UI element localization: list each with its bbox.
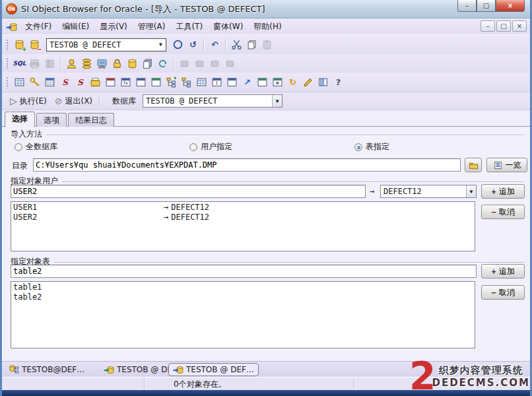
index-icon[interactable] xyxy=(42,75,57,90)
table-listbox[interactable]: table1table2 xyxy=(11,281,475,348)
library-icon[interactable] xyxy=(316,75,331,90)
radio-icon[interactable] xyxy=(354,143,362,151)
sql-gray-icon[interactable] xyxy=(207,56,222,71)
run-database-combobox-value: TESTOB @ DEFECT xyxy=(146,96,272,106)
session-icon[interactable] xyxy=(94,56,110,71)
menu-help[interactable]: 帮助(H) xyxy=(248,20,286,32)
remove-user-button[interactable]: − 取消 xyxy=(481,205,525,219)
radio-icon[interactable] xyxy=(15,143,22,151)
exit-button[interactable]: ⊘ 退出(X) xyxy=(51,94,96,108)
tab-2[interactable]: 结果日志 xyxy=(68,113,114,127)
run-database-combobox[interactable]: TESTOB @ DEFECT ▼ xyxy=(143,94,283,108)
tab-1[interactable]: 选项 xyxy=(36,113,67,127)
mdi-tab-2[interactable]: TESTOB @ DEF… xyxy=(168,363,259,376)
table-icon[interactable] xyxy=(12,75,27,90)
mdi-window-controls: – □ × xyxy=(481,20,527,32)
list-button[interactable]: 一览 xyxy=(486,158,527,172)
execute-button[interactable]: ▷ 执行(E) xyxy=(6,94,51,108)
chevron-down-icon[interactable]: ▼ xyxy=(466,185,476,197)
remove-table-button[interactable]: − 取消 xyxy=(481,285,525,300)
user-input[interactable] xyxy=(11,185,366,198)
plug-gray-icon[interactable] xyxy=(177,56,192,71)
package-icon[interactable] xyxy=(88,75,103,90)
menu-edit[interactable]: 编辑(E) xyxy=(57,20,94,32)
edit-pen-icon[interactable] xyxy=(300,75,316,90)
database-combobox[interactable]: TESTOB @ DEFECT ▼ xyxy=(46,38,166,51)
table-row[interactable]: table1 xyxy=(13,282,473,292)
undo-icon[interactable]: ↶ xyxy=(207,38,222,52)
close-button[interactable]: × xyxy=(496,0,525,12)
play-icon: ▷ xyxy=(10,96,17,106)
key-gray-icon[interactable] xyxy=(192,56,207,71)
svg-text:fx: fx xyxy=(123,81,128,86)
report-icon[interactable]: ≡ xyxy=(270,75,285,90)
add-table-button[interactable]: + 追加 xyxy=(481,264,525,279)
minimize-button[interactable]: – xyxy=(457,0,477,12)
radio-option-0[interactable]: 全数据库 xyxy=(15,141,57,152)
primary-key-icon[interactable] xyxy=(27,75,42,90)
card-gray-icon[interactable] xyxy=(222,56,238,71)
plus-icon: + xyxy=(491,267,496,277)
mdi-tab-0[interactable]: TESTOB@DEF… xyxy=(5,363,88,376)
recycle-bin-icon[interactable] xyxy=(155,56,170,71)
status-text: 0个对象存在。 xyxy=(174,379,226,390)
number-window-icon[interactable]: 1 xyxy=(209,75,224,90)
chevron-down-icon[interactable]: ▼ xyxy=(156,39,166,51)
database-list-icon[interactable] xyxy=(79,56,94,71)
objects-icon[interactable] xyxy=(140,56,155,71)
menu-manage[interactable]: 管理(A) xyxy=(133,20,171,32)
mdi-restore-button[interactable]: □ xyxy=(496,20,511,32)
copy-icon[interactable] xyxy=(244,38,259,52)
window-controls: – □ × xyxy=(457,0,525,12)
radio-option-2[interactable]: 表指定 xyxy=(354,141,389,152)
radio-icon[interactable] xyxy=(189,143,197,151)
add-database-icon[interactable]: + xyxy=(12,38,27,52)
menu-view[interactable]: 显示(V) xyxy=(94,20,133,32)
function-window-icon[interactable]: fx xyxy=(118,75,133,90)
rollback-icon[interactable]: ↺ xyxy=(185,38,201,52)
directory-input[interactable] xyxy=(33,158,461,172)
print-icon[interactable] xyxy=(27,56,42,71)
table-input[interactable] xyxy=(11,265,477,278)
stop-icon[interactable] xyxy=(170,38,185,52)
synonym-window-icon[interactable] xyxy=(133,75,149,90)
table-view-icon[interactable] xyxy=(255,75,270,90)
chevron-down-icon[interactable]: ▼ xyxy=(272,95,282,107)
radio-option-1[interactable]: 用户指定 xyxy=(189,141,232,152)
refresh-icon[interactable]: ↻ xyxy=(285,75,300,90)
lock-icon[interactable] xyxy=(110,56,125,71)
tree-icon[interactable] xyxy=(179,75,194,90)
target-user-combobox[interactable]: DEFECT12 ▼ xyxy=(380,185,477,198)
add-user-button[interactable]: + 追加 xyxy=(481,184,525,199)
report-book-icon[interactable] xyxy=(42,56,57,71)
user-mapping-row[interactable]: USER2→DEFECT12 xyxy=(13,213,473,222)
user-mapping-listbox[interactable]: USER1→DEFECT12USER2→DEFECT12 xyxy=(11,201,475,251)
mdi-close-button[interactable]: × xyxy=(512,20,527,32)
mdi-minimize-button[interactable]: – xyxy=(481,20,495,32)
tablespace-icon[interactable] xyxy=(125,56,140,71)
function-icon[interactable]: S xyxy=(73,75,88,90)
table-row[interactable]: table2 xyxy=(13,292,473,302)
sequence-window-icon[interactable] xyxy=(149,75,164,90)
matrix-icon[interactable] xyxy=(194,75,209,90)
help-icon[interactable]: ? xyxy=(331,75,346,90)
window-icon[interactable] xyxy=(224,75,240,90)
user-icon[interactable] xyxy=(64,56,79,71)
paste-icon[interactable] xyxy=(259,38,275,52)
menu-tools[interactable]: 工具(T) xyxy=(170,20,208,32)
ban-icon: ⊘ xyxy=(55,96,63,106)
shortcut-icon[interactable]: ↗ xyxy=(240,75,255,90)
map-arrow: → xyxy=(370,187,374,196)
browse-folder-button[interactable] xyxy=(465,158,482,172)
view-icon[interactable] xyxy=(103,75,118,90)
cut-icon[interactable] xyxy=(229,38,244,52)
menu-window[interactable]: 窗体(W) xyxy=(208,20,248,32)
user-mapping-row[interactable]: USER1→DEFECT12 xyxy=(13,203,473,213)
sql-editor-icon[interactable]: SQL xyxy=(12,56,27,71)
tree-add-icon[interactable] xyxy=(164,75,179,90)
remove-database-icon[interactable]: − xyxy=(27,38,42,52)
menu-file[interactable]: 文件(F) xyxy=(20,20,57,32)
restore-button[interactable]: □ xyxy=(477,0,496,12)
tab-0[interactable]: 选择 xyxy=(5,112,35,127)
procedure-icon[interactable]: S xyxy=(57,75,73,90)
